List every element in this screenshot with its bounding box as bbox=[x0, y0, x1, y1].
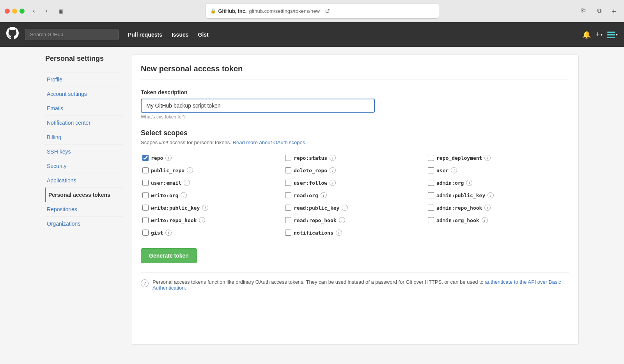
scope-admin-repo-hook-info-icon[interactable]: i bbox=[484, 205, 491, 211]
nav-pull-requests[interactable]: Pull requests bbox=[128, 32, 162, 38]
scopes-desc-prefix: Scopes bbox=[141, 140, 159, 145]
maximize-button[interactable] bbox=[20, 9, 25, 14]
scope-admin-org-info-icon[interactable]: i bbox=[466, 180, 472, 186]
scope-repo-deployment-checkbox[interactable] bbox=[428, 155, 434, 161]
search-input[interactable] bbox=[25, 29, 119, 40]
sidebar-item-billing[interactable]: Billing bbox=[45, 130, 123, 144]
tabs-button[interactable]: ⧉ bbox=[593, 5, 605, 16]
scope-user-follow: user:follow i bbox=[284, 177, 426, 189]
scope-write-public-key-label: write:public_key bbox=[151, 205, 200, 211]
scope-repo-deployment-info-icon[interactable]: i bbox=[484, 155, 491, 161]
nav-gist[interactable]: Gist bbox=[198, 32, 209, 38]
sidebar-link-organizations[interactable]: Organizations bbox=[45, 217, 123, 231]
scope-repo-status-info-icon[interactable]: i bbox=[330, 155, 336, 161]
scope-write-public-key-info-icon[interactable]: i bbox=[202, 205, 208, 211]
scope-admin-org-checkbox[interactable] bbox=[428, 180, 434, 186]
search-container[interactable] bbox=[25, 29, 119, 40]
sidebar-link-notification-center[interactable]: Notification center bbox=[45, 116, 123, 130]
address-bar[interactable]: 🔒 GitHub, Inc. github.com/settings/token… bbox=[205, 3, 439, 19]
scope-read-public-key-label: read:public_key bbox=[294, 205, 339, 211]
github-logo[interactable] bbox=[6, 27, 19, 42]
scope-admin-org-hook-info-icon[interactable]: i bbox=[482, 217, 488, 223]
scope-admin-org-hook-checkbox[interactable] bbox=[428, 217, 434, 223]
sidebar-item-notification-center[interactable]: Notification center bbox=[45, 115, 123, 130]
reload-button[interactable]: ↺ bbox=[322, 5, 333, 16]
sidebar-link-profile[interactable]: Profile bbox=[45, 72, 123, 87]
footer-text-content: Personal access tokens function like ord… bbox=[152, 279, 485, 285]
scope-repo-deployment-label: repo_deployment bbox=[436, 155, 482, 161]
scope-admin-public-key-checkbox[interactable] bbox=[428, 192, 434, 198]
sidebar-item-applications[interactable]: Applications bbox=[45, 173, 123, 187]
new-item-button[interactable]: + ▾ bbox=[596, 30, 603, 39]
back-button[interactable]: ‹ bbox=[28, 5, 39, 16]
browser-chrome: ‹ › ▣ 🔒 GitHub, Inc. github.com/settings… bbox=[0, 0, 624, 22]
sidebar-link-account-settings[interactable]: Account settings bbox=[45, 87, 123, 101]
sidebar-item-ssh-keys[interactable]: SSH keys bbox=[45, 144, 123, 159]
share-button[interactable]: ⎗ bbox=[577, 5, 590, 16]
scope-read-public-key-info-icon[interactable]: i bbox=[342, 205, 348, 211]
generate-token-button[interactable]: Generate token bbox=[141, 248, 197, 263]
sidebar-link-applications[interactable]: Applications bbox=[45, 173, 123, 187]
close-button[interactable] bbox=[5, 9, 10, 14]
scope-write-repo-hook-checkbox[interactable] bbox=[142, 217, 149, 223]
sidebar-item-profile[interactable]: Profile bbox=[45, 72, 123, 87]
forward-button[interactable]: › bbox=[41, 5, 52, 16]
nav-issues[interactable]: Issues bbox=[172, 32, 189, 38]
oauth-scopes-link[interactable]: Read more about OAuth scopes. bbox=[233, 140, 307, 145]
sidebar-item-personal-access-tokens[interactable]: Personal access tokens bbox=[45, 187, 123, 202]
sidebar-item-emails[interactable]: Emails bbox=[45, 101, 123, 115]
scope-user-follow-info-icon[interactable]: i bbox=[330, 180, 336, 186]
sidebar-item-security[interactable]: Security bbox=[45, 159, 123, 173]
sidebar-link-repositories[interactable]: Repositories bbox=[45, 202, 123, 216]
scope-read-repo-hook-info-icon[interactable]: i bbox=[339, 217, 345, 223]
sidebar-toggle-button[interactable]: ▣ bbox=[56, 5, 67, 16]
sidebar-link-ssh-keys[interactable]: SSH keys bbox=[45, 145, 123, 159]
scope-repo-status-checkbox[interactable] bbox=[285, 155, 291, 161]
scope-user-email-checkbox[interactable] bbox=[142, 180, 149, 186]
scope-admin-repo-hook-checkbox[interactable] bbox=[428, 205, 434, 211]
scope-write-public-key-checkbox[interactable] bbox=[142, 205, 149, 211]
scope-write-org-label: write:org bbox=[151, 193, 178, 198]
scope-gist-info-icon[interactable]: i bbox=[165, 230, 172, 236]
scope-write-org-info-icon[interactable]: i bbox=[181, 192, 187, 198]
scope-user-info-icon[interactable]: i bbox=[451, 167, 457, 173]
scope-user-label: user bbox=[436, 168, 448, 173]
scope-user-follow-checkbox[interactable] bbox=[285, 180, 291, 186]
scope-read-org-checkbox[interactable] bbox=[285, 192, 291, 198]
scope-admin-repo-hook-label: admin:repo_hook bbox=[436, 205, 482, 211]
scope-write-org-checkbox[interactable] bbox=[142, 192, 149, 198]
new-tab-button[interactable]: ＋ bbox=[608, 5, 619, 16]
scope-admin-public-key-info-icon[interactable]: i bbox=[488, 192, 494, 198]
sidebar-link-security[interactable]: Security bbox=[45, 159, 123, 173]
notifications-button[interactable]: 🔔 bbox=[582, 30, 591, 39]
scope-repo-info-icon[interactable]: i bbox=[165, 155, 172, 161]
page-title: New personal access token bbox=[141, 64, 569, 80]
scope-delete-repo-checkbox[interactable] bbox=[285, 167, 291, 173]
scope-delete-repo-info-icon[interactable]: i bbox=[330, 167, 336, 173]
token-description-input[interactable] bbox=[141, 99, 375, 113]
scope-read-repo-hook-checkbox[interactable] bbox=[285, 217, 291, 223]
scope-repo: repo i bbox=[141, 152, 284, 164]
scope-user-email-info-icon[interactable]: i bbox=[184, 180, 190, 186]
sidebar-item-organizations[interactable]: Organizations bbox=[45, 216, 123, 231]
sidebar-item-repositories[interactable]: Repositories bbox=[45, 202, 123, 216]
scope-gist-checkbox[interactable] bbox=[142, 230, 149, 236]
sidebar-link-personal-access-tokens[interactable]: Personal access tokens bbox=[47, 188, 123, 202]
content-area: New personal access token Token descript… bbox=[131, 55, 579, 345]
scope-write-repo-hook-info-icon[interactable]: i bbox=[199, 217, 205, 223]
scope-user-checkbox[interactable] bbox=[428, 167, 434, 173]
minimize-button[interactable] bbox=[12, 9, 17, 14]
scope-notifications-info-icon[interactable]: i bbox=[336, 230, 342, 236]
sidebar-link-emails[interactable]: Emails bbox=[45, 101, 123, 115]
scope-read-public-key-checkbox[interactable] bbox=[285, 205, 291, 211]
sidebar-link-billing[interactable]: Billing bbox=[45, 130, 123, 144]
scope-public-repo-checkbox[interactable] bbox=[142, 167, 149, 173]
scope-read-org-info-icon[interactable]: i bbox=[321, 192, 327, 198]
lock-icon: 🔒 bbox=[210, 8, 216, 14]
scope-public-repo-info-icon[interactable]: i bbox=[187, 167, 193, 173]
scope-notifications-checkbox[interactable] bbox=[285, 230, 291, 236]
scope-repo-checkbox[interactable] bbox=[142, 155, 149, 161]
sidebar-item-account-settings[interactable]: Account settings bbox=[45, 87, 123, 101]
user-menu-button[interactable]: ▾ bbox=[607, 31, 618, 39]
scope-write-org: write:org i bbox=[141, 189, 284, 201]
